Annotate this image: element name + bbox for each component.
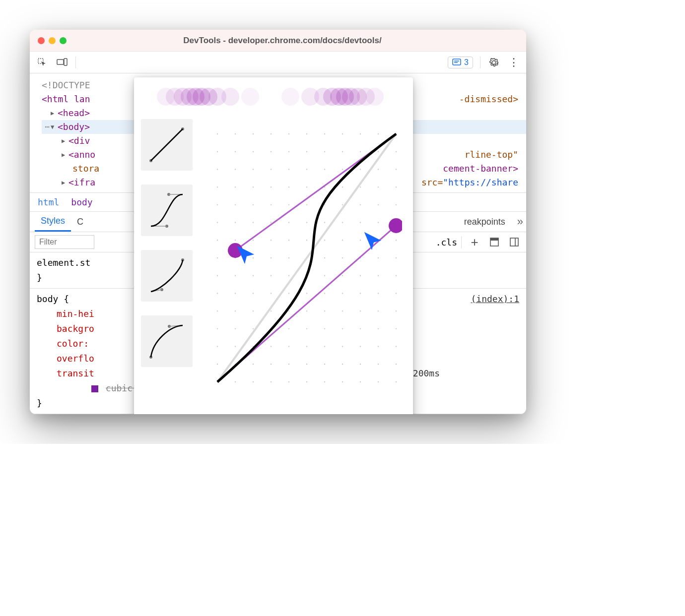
svg-point-102 [306,222,307,223]
computed-icon[interactable] [487,235,501,249]
svg-point-96 [288,381,289,382]
html-tag[interactable]: <html lan [42,92,90,106]
rule-source-link[interactable]: (index):1 [471,292,519,307]
cursor-arrow-icon [361,229,384,252]
svg-point-26 [217,204,218,205]
svg-point-111 [306,381,307,382]
filter-input[interactable] [35,235,94,249]
svg-point-150 [360,275,361,276]
svg-point-61 [253,293,254,294]
svg-point-153 [360,328,361,329]
stora-attr: stora [72,162,99,176]
svg-point-83 [288,151,289,152]
svg-point-181 [396,293,397,294]
svg-point-178 [396,240,397,241]
svg-point-125 [324,364,325,365]
svg-point-43 [235,240,236,241]
svg-point-77 [271,310,272,311]
svg-point-162 [378,222,379,223]
head-tag[interactable]: <head> [58,106,90,120]
svg-point-129 [342,169,343,170]
svg-point-183 [396,328,397,329]
preset-ease-out-quad[interactable] [141,315,193,367]
svg-point-53 [253,151,254,152]
prop-color[interactable]: color: [57,338,89,349]
svg-point-121 [324,293,325,294]
svg-point-86 [288,204,289,205]
bezier-canvas[interactable] [197,119,413,414]
svg-point-147 [360,222,361,223]
sidebar-toggle-icon[interactable] [507,235,521,249]
prop-transition[interactable]: transit [57,366,94,381]
svg-point-54 [253,169,254,170]
new-rule-plus-icon[interactable]: + [468,235,481,249]
svg-point-22 [217,133,218,134]
tree-dots-icon[interactable]: ⋯ [45,120,50,134]
svg-point-99 [306,169,307,170]
tab-styles[interactable]: Styles [35,212,71,232]
inspect-element-icon[interactable] [36,56,49,69]
svg-rect-8 [510,238,518,246]
svg-point-40 [235,186,236,187]
doctype-node[interactable]: <!DOCTYPE [42,78,90,92]
svg-point-168 [378,328,379,329]
svg-point-79 [271,346,272,347]
tab-computed[interactable]: C [71,213,89,231]
svg-point-127 [342,133,343,134]
device-toggle-icon[interactable] [56,56,68,69]
svg-point-160 [378,186,379,187]
close-button[interactable] [38,37,45,44]
svg-point-164 [378,257,379,258]
svg-point-25 [217,186,218,187]
svg-point-87 [288,222,289,223]
preset-linear[interactable] [141,119,193,171]
svg-point-63 [253,328,254,329]
div-tag[interactable]: <div [68,134,90,148]
svg-point-113 [324,151,325,152]
svg-point-120 [324,275,325,276]
crumb-html[interactable]: html [38,197,59,207]
expand-caret-icon[interactable]: ▶ [62,148,68,162]
svg-point-146 [360,204,361,205]
svg-point-117 [324,222,325,223]
svg-point-176 [396,204,397,205]
crumb-body[interactable]: body [71,197,92,207]
issues-button[interactable]: 3 [448,57,473,68]
svg-point-52 [253,133,254,134]
svg-point-145 [360,186,361,187]
collapse-caret-icon[interactable]: ▼ [51,120,58,134]
svg-point-170 [378,364,379,365]
svg-point-57 [253,222,254,223]
cls-toggle[interactable]: .cls [432,236,462,248]
svg-point-141 [342,381,343,382]
prop-min-height[interactable]: min-hei [57,308,94,319]
tabs-more-icon[interactable]: » [517,215,521,228]
bezier-editor-popover[interactable]: cubic-bezier(1, 0.63, 0.1, 0.53) [134,77,413,414]
expand-caret-icon[interactable]: ▶ [62,134,68,148]
svg-point-171 [378,381,379,382]
expand-caret-icon[interactable]: ▶ [51,106,58,120]
svg-point-140 [342,364,343,365]
settings-gear-icon[interactable] [487,56,500,69]
preset-ease-out[interactable] [141,250,193,302]
preset-ease-in-out-steep[interactable] [141,185,193,236]
body-tag[interactable]: <body> [58,120,90,134]
tab-breakpoints[interactable]: reakpoints [458,213,511,231]
expand-caret-icon[interactable]: ▶ [62,176,68,189]
cursor-arrow-icon [234,243,257,266]
svg-point-39 [235,169,236,170]
anno-tag[interactable]: <anno [68,148,95,162]
bezier-swatch-icon[interactable] [91,385,98,392]
frag-src: src="https://share [421,176,526,189]
prop-background[interactable]: backgro [57,323,94,334]
svg-point-68 [271,151,272,152]
svg-point-174 [396,169,397,170]
svg-point-84 [288,169,289,170]
svg-point-126 [324,381,325,382]
iframe-tag[interactable]: <ifra [68,176,95,189]
prop-overflow[interactable]: overflo [57,353,94,364]
svg-point-143 [360,151,361,152]
svg-point-58 [253,240,254,241]
more-menu-icon[interactable]: ⋮ [507,56,520,69]
svg-point-122 [324,310,325,311]
